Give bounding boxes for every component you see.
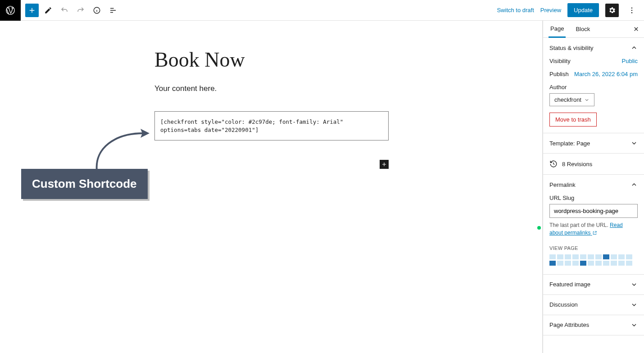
tab-block[interactable]: Block [574, 21, 592, 38]
revisions-count: 8 Revisions [562, 161, 592, 167]
revisions-button[interactable]: 8 Revisions [543, 154, 644, 175]
editor-canvas: Book Now Your content here. [checkfront … [0, 21, 543, 353]
panel-page-attributes-title: Page Attributes [549, 321, 589, 328]
outline-button[interactable] [106, 4, 120, 17]
panel-status-title: Status & visibility [549, 45, 594, 51]
autosave-indicator-icon [537, 226, 541, 230]
panel-permalink-toggle[interactable]: Permalink [543, 175, 644, 195]
panel-featured-image-title: Featured image [549, 281, 590, 288]
chevron-down-icon [630, 321, 638, 329]
svg-point-4 [631, 12, 632, 13]
panel-template-title: Template: Page [549, 140, 590, 147]
chevron-down-icon [630, 281, 638, 288]
chevron-down-icon [630, 140, 638, 147]
preview-button[interactable]: Preview [540, 7, 561, 14]
external-link-icon [592, 231, 597, 235]
insert-block-button[interactable] [380, 160, 389, 169]
wordpress-logo[interactable] [0, 0, 21, 21]
panel-featured-image-toggle[interactable]: Featured image [543, 275, 644, 294]
view-page-url-preview[interactable] [549, 254, 638, 268]
settings-button[interactable] [605, 4, 619, 17]
callout-label: Custom Shortcode [21, 169, 148, 199]
redo-button[interactable] [74, 4, 87, 17]
more-options-button[interactable] [625, 4, 639, 17]
editor-toolbar-right: Switch to draft Preview Update [497, 3, 639, 17]
svg-point-3 [631, 9, 632, 10]
panel-permalink-title: Permalink [549, 181, 576, 188]
content-paragraph[interactable]: Your content here. [154, 84, 389, 93]
history-icon [549, 160, 558, 168]
info-button[interactable] [90, 4, 104, 17]
url-slug-input[interactable] [549, 204, 638, 218]
view-page-label: View Page [549, 245, 638, 251]
visibility-label: Visibility [549, 58, 571, 64]
edit-mode-button[interactable] [41, 4, 55, 17]
chevron-down-icon [630, 301, 638, 308]
chevron-up-icon [630, 181, 638, 188]
tab-page[interactable]: Page [549, 21, 566, 38]
editor-toolbar-left [21, 4, 120, 17]
chevron-up-icon [630, 44, 638, 51]
page-title[interactable]: Book Now [154, 48, 389, 72]
panel-status-toggle[interactable]: Status & visibility [543, 38, 644, 58]
move-to-trash-button[interactable]: Move to trash [549, 113, 597, 127]
publish-label: Publish [549, 71, 569, 77]
panel-template-toggle[interactable]: Template: Page [543, 133, 644, 153]
url-slug-label: URL Slug [549, 195, 638, 201]
author-select[interactable]: checkfront [549, 93, 594, 106]
panel-discussion-title: Discussion [549, 301, 578, 308]
publish-value[interactable]: March 26, 2022 6:04 pm [574, 71, 638, 77]
undo-button[interactable] [58, 4, 71, 17]
shortcode-block[interactable]: [checkfront style="color: #2c97de; font-… [154, 111, 389, 140]
visibility-value[interactable]: Public [622, 58, 638, 64]
author-value: checkfront [554, 96, 581, 103]
settings-sidebar: Page Block Status & visibility Visibilit… [543, 21, 644, 353]
update-button[interactable]: Update [567, 3, 599, 17]
switch-to-draft-button[interactable]: Switch to draft [497, 7, 534, 14]
slug-help-text: The last part of the URL. [549, 222, 610, 228]
editor-top-bar: Switch to draft Preview Update [0, 0, 644, 21]
callout-arrow-icon [90, 123, 153, 173]
close-sidebar-button[interactable] [633, 26, 639, 32]
svg-point-2 [631, 7, 632, 8]
add-block-button[interactable] [25, 4, 39, 17]
chevron-down-icon [584, 97, 590, 103]
author-label: Author [549, 84, 638, 91]
panel-page-attributes-toggle[interactable]: Page Attributes [543, 315, 644, 335]
panel-discussion-toggle[interactable]: Discussion [543, 295, 644, 315]
